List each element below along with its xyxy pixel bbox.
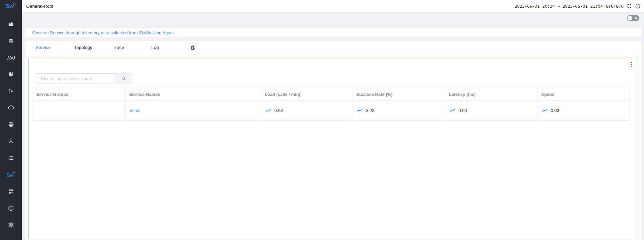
- service-list-panel: Service Groups Service Names Load (calls…: [29, 58, 638, 239]
- logo-swoosh-icon: [13, 3, 16, 6]
- search-input[interactable]: [36, 73, 115, 83]
- col-load: Load (calls / min): [261, 88, 353, 101]
- trend-chart-icon[interactable]: [449, 109, 455, 113]
- col-success-rate: Success Rate (%): [353, 88, 445, 101]
- area-chart-icon: [8, 21, 14, 27]
- sidebar-item-list[interactable]: [0, 149, 22, 166]
- sidebar-item-self-observability[interactable]: Sw: [0, 166, 22, 183]
- sidebar: Sw ƒ(x): [0, 0, 22, 240]
- page-title: General-Root: [26, 4, 53, 9]
- widgets-add-icon: [8, 188, 14, 195]
- search-icon: [121, 76, 126, 81]
- sidebar-item-settings[interactable]: [0, 217, 22, 233]
- sidebar-item-pie[interactable]: [0, 66, 22, 82]
- col-service-groups: Service Groups: [33, 88, 126, 101]
- cell-latency: 0.00: [445, 101, 538, 121]
- main-content: V Observe Service through telemetry data…: [22, 12, 644, 240]
- apdex-value: 0.03: [551, 108, 559, 113]
- info-icon: [635, 3, 641, 9]
- time-range[interactable]: 2023-06-01 20:34 ~ 2023-06-01 21:04: [515, 4, 603, 9]
- skywalking-logo[interactable]: Sw: [0, 0, 22, 13]
- sidebar-item-storage[interactable]: [0, 32, 22, 49]
- tab-service[interactable]: Service: [36, 45, 74, 50]
- sidebar-item-widgets[interactable]: [0, 183, 22, 200]
- sidebar-item-functions[interactable]: ƒ(x): [0, 49, 22, 66]
- col-latency: Latency (ms): [445, 88, 538, 101]
- cell-apdex: 0.03: [538, 101, 630, 121]
- copy-tab-button[interactable]: [190, 44, 196, 51]
- table-header-row: Service Groups Service Names Load (calls…: [33, 88, 630, 101]
- kebab-dot: [631, 66, 632, 67]
- header-controls: 2023-06-01 20:34 ~ 2023-06-01 21:04 UTC+…: [515, 3, 641, 9]
- tab-trace[interactable]: Trace: [113, 45, 151, 50]
- top-header: General-Root 2023-06-01 20:34 ~ 2023-06-…: [22, 0, 644, 12]
- success-rate-value: 3.23: [366, 108, 374, 113]
- sidebar-item-globe[interactable]: [0, 116, 22, 133]
- load-value: 0.03: [274, 108, 283, 113]
- col-service-names: Service Names: [126, 88, 261, 101]
- latency-value: 0.00: [459, 108, 467, 113]
- pie-chart-icon: [8, 71, 14, 77]
- dashboard-card: Service Topology Trace Log: [25, 41, 641, 240]
- notice-banner: Observe Service through telemetry data c…: [25, 28, 641, 37]
- sidebar-item-alerts[interactable]: [0, 200, 22, 217]
- sidebar-item-dashboards[interactable]: [0, 15, 22, 32]
- cloud-icon: [8, 104, 14, 111]
- table-row: demo 0.03: [33, 101, 630, 121]
- copy-icon: [190, 44, 196, 51]
- storage-icon: [8, 38, 14, 44]
- col-apdex: Apdex: [538, 88, 630, 101]
- panel-menu-button[interactable]: [629, 61, 634, 67]
- trend-chart-icon[interactable]: [542, 109, 548, 113]
- notice-banner-text: Observe Service through telemetry data c…: [32, 30, 175, 35]
- toggle-label: V: [635, 16, 637, 20]
- cell-service-name: demo: [126, 101, 261, 121]
- scatter-icon: [8, 88, 14, 94]
- sidebar-item-cloud[interactable]: [0, 99, 22, 116]
- trend-chart-icon[interactable]: [357, 109, 363, 113]
- version-toggle[interactable]: V: [627, 15, 639, 21]
- timezone[interactable]: UTC+8:0: [606, 4, 624, 9]
- search-row: [36, 73, 132, 83]
- toggle-knob: [628, 16, 632, 20]
- kebab-dot: [631, 64, 632, 65]
- sidebar-item-topology[interactable]: [0, 133, 22, 149]
- cell-load: 0.03: [261, 101, 353, 121]
- function-icon: ƒ(x): [7, 55, 15, 60]
- cell-service-group: [33, 101, 126, 121]
- tab-log[interactable]: Log: [151, 45, 190, 50]
- info-button[interactable]: [635, 3, 641, 9]
- search-button[interactable]: [115, 73, 132, 83]
- toggle-row: V: [627, 15, 639, 22]
- globe-icon: [8, 121, 14, 128]
- service-table: Service Groups Service Names Load (calls…: [33, 88, 629, 121]
- topology-icon: [8, 138, 14, 144]
- settings-icon: [8, 222, 14, 228]
- tab-topology[interactable]: Topology: [74, 45, 113, 50]
- skywalking-icon: Sw: [7, 172, 15, 178]
- sidebar-item-scatter[interactable]: [0, 82, 22, 99]
- refresh-button[interactable]: [627, 3, 632, 9]
- cell-success-rate: 3.23: [353, 101, 445, 121]
- trend-chart-icon[interactable]: [265, 109, 271, 113]
- service-link-demo[interactable]: demo: [130, 108, 140, 113]
- alert-icon: [8, 205, 14, 212]
- sidebar-nav: ƒ(x) Sw: [0, 15, 22, 233]
- tab-bar: Service Topology Trace Log: [25, 41, 641, 54]
- refresh-icon: [627, 3, 632, 9]
- logo-text: Sw: [6, 3, 14, 10]
- kebab-dot: [631, 62, 632, 63]
- list-icon: [8, 155, 14, 161]
